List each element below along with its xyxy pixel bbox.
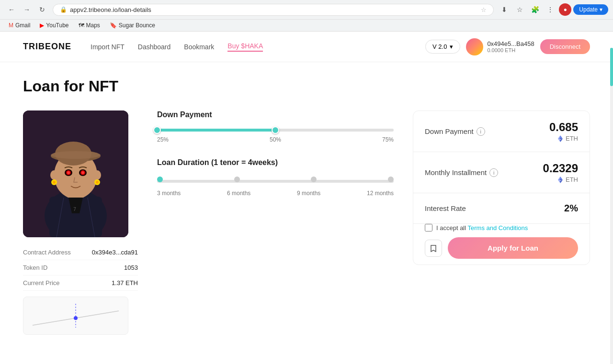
- right-column: Down Payment i 0.685: [413, 110, 590, 265]
- down-payment-info-row: Down Payment i 0.685: [413, 111, 590, 152]
- down-payment-section-label: Down Payment: [157, 110, 394, 119]
- wallet-address: 0x494e5...Ba458: [487, 40, 534, 47]
- down-payment-info-icon[interactable]: i: [477, 127, 485, 136]
- chevron-down-icon: ▾: [450, 43, 453, 50]
- nav-import-nft[interactable]: Import NFT: [91, 43, 125, 51]
- bookmark-maps[interactable]: 🗺 Maps: [75, 21, 104, 30]
- contract-address-value: 0x394e3...cda91: [92, 249, 138, 256]
- nav-dashboard[interactable]: Dashboard: [138, 43, 171, 51]
- terms-checkbox[interactable]: [425, 224, 432, 232]
- terms-link[interactable]: Terms and Conditions: [468, 224, 528, 232]
- monthly-installment-number: 0.2329: [543, 162, 578, 175]
- disconnect-button[interactable]: Disconnect: [540, 39, 590, 54]
- duration-dot-4[interactable]: [388, 176, 394, 182]
- current-price-row: Current Price 1.37 ETH: [23, 276, 138, 291]
- svg-point-13: [67, 171, 70, 174]
- down-payment-thumb-start[interactable]: [153, 126, 161, 134]
- duration-dot-1[interactable]: [157, 176, 163, 182]
- browser-actions: ⬇ ☆ 🧩 ⋮ ● Update ▾: [498, 3, 608, 16]
- logo: TRIBEONE: [23, 42, 71, 52]
- down-payment-fill: [157, 129, 275, 132]
- terms-area: I accept all Terms and Conditions: [413, 224, 590, 232]
- down-payment-track[interactable]: [157, 129, 394, 132]
- lock-icon: 🔒: [60, 6, 67, 13]
- wallet-avatar: [466, 38, 483, 55]
- loan-duration-section: Loan Duration (1 tenor = 4weeks) 3 month…: [157, 158, 394, 197]
- token-id-row: Token ID 1053: [23, 260, 138, 276]
- duration-dot-2[interactable]: [234, 176, 240, 182]
- token-id-value: 1053: [124, 264, 138, 271]
- extensions-icon[interactable]: 🧩: [528, 3, 542, 16]
- main-content: Loan for NFT: [0, 62, 613, 350]
- bookmark-star-icon[interactable]: ☆: [513, 3, 526, 16]
- refresh-button[interactable]: ↻: [35, 3, 49, 16]
- loan-layout: 7 Contract Address 0x394e3...cda91 Token…: [23, 110, 590, 335]
- down-payment-slider-section: Down Payment 25% 50% 75%: [157, 110, 394, 143]
- middle-column: Down Payment 25% 50% 75% Loan Duration (…: [157, 110, 394, 212]
- profile-icon[interactable]: ●: [559, 3, 571, 16]
- svg-marker-36: [558, 180, 560, 183]
- duration-labels: 3 months 6 months 9 months 12 months: [157, 190, 394, 197]
- eth-icon-down: [557, 135, 564, 142]
- address-bar[interactable]: 🔒 appv2.tribeone.io/loan-details ☆: [53, 4, 494, 16]
- version-button[interactable]: V 2.0 ▾: [425, 40, 460, 54]
- bookmark-button[interactable]: [425, 240, 442, 257]
- down-payment-label-group: Down Payment i: [425, 127, 485, 136]
- left-column: 7 Contract Address 0x394e3...cda91 Token…: [23, 110, 138, 335]
- download-icon[interactable]: ⬇: [498, 3, 511, 16]
- slider-label-25: 25%: [157, 136, 169, 143]
- down-payment-labels: 25% 50% 75%: [157, 136, 394, 143]
- nav-buy-shaka[interactable]: Buy $HAKA: [227, 42, 263, 52]
- nft-image: 7: [23, 110, 128, 237]
- svg-text:7: 7: [73, 207, 76, 212]
- main-nav: Import NFT Dashboard Bookmark Buy $HAKA: [91, 42, 263, 52]
- svg-point-19: [53, 181, 56, 184]
- scrollbar[interactable]: [610, 48, 613, 350]
- youtube-icon: ▶: [40, 22, 44, 29]
- bookmark-youtube[interactable]: ▶ YouTube: [36, 21, 72, 30]
- bookmark-label: Maps: [86, 22, 100, 29]
- bookmark-label: Gmail: [15, 22, 30, 29]
- back-button[interactable]: ←: [5, 3, 18, 16]
- current-price-value: 1.37 ETH: [112, 279, 138, 287]
- bookmark-sugarbounce[interactable]: 🔖 Sugar Bounce: [106, 21, 159, 30]
- apply-area: Apply for Loan: [413, 232, 590, 265]
- summary-card: Down Payment i 0.685: [413, 110, 590, 265]
- duration-dot-3[interactable]: [311, 176, 317, 182]
- interest-rate-value: 2%: [564, 203, 578, 214]
- bookmark-gmail[interactable]: M Gmail: [5, 21, 34, 30]
- interest-rate-row: Interest Rate 2%: [413, 193, 590, 224]
- slider-label-75: 75%: [382, 136, 394, 143]
- bookmarks-bar: M Gmail ▶ YouTube 🗺 Maps 🔖 Sugar Bounce: [0, 19, 613, 31]
- monthly-installment-info-icon[interactable]: i: [489, 168, 498, 177]
- bookmark-icon: [430, 244, 437, 252]
- address-bar-icons: ☆: [481, 6, 487, 13]
- browser-chrome: ← → ↻ 🔒 appv2.tribeone.io/loan-details ☆…: [0, 0, 613, 32]
- bookmark-label: YouTube: [46, 22, 68, 29]
- svg-point-16: [93, 170, 101, 180]
- menu-icon[interactable]: ⋮: [544, 3, 557, 16]
- monthly-installment-label: Monthly Installment: [425, 168, 487, 176]
- duration-12months: 12 months: [367, 190, 394, 197]
- svg-marker-35: [560, 180, 563, 183]
- forward-button[interactable]: →: [20, 3, 34, 16]
- monthly-installment-label-group: Monthly Installment i: [425, 168, 498, 177]
- chevron-down-icon: ▾: [600, 6, 602, 13]
- svg-point-15: [50, 170, 58, 180]
- page-title: Loan for NFT: [23, 77, 590, 95]
- monthly-installment-currency: ETH: [543, 176, 578, 183]
- contract-address-row: Contract Address 0x394e3...cda91: [23, 245, 138, 260]
- slider-label-50: 50%: [270, 136, 281, 143]
- duration-3months: 3 months: [157, 190, 181, 197]
- wallet-details: 0x494e5...Ba458 0.0000 ETH: [487, 40, 534, 53]
- bookmark-label: Sugar Bounce: [119, 22, 155, 29]
- price-chart: [23, 297, 128, 335]
- scrollbar-thumb[interactable]: [610, 48, 613, 86]
- update-button[interactable]: Update ▾: [573, 4, 608, 15]
- svg-point-8: [51, 151, 101, 159]
- apply-loan-button[interactable]: Apply for Loan: [448, 237, 578, 259]
- svg-marker-30: [558, 139, 560, 142]
- down-payment-thumb[interactable]: [272, 126, 279, 134]
- star-icon[interactable]: ☆: [481, 6, 487, 13]
- nav-bookmark[interactable]: Bookmark: [184, 43, 214, 51]
